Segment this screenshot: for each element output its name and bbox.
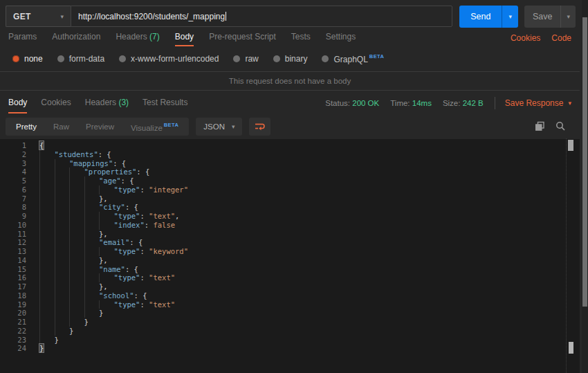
response-headers-label: Headers <box>85 98 116 107</box>
indent-guide-line <box>39 167 55 176</box>
time-value: 14ms <box>412 99 432 107</box>
postman-app: GET ▾ http://localhost:9200/students/_ma… <box>0 0 588 373</box>
indent-guide-line <box>55 265 70 274</box>
code-scrollbar-thumb[interactable] <box>568 140 573 151</box>
code-line: 4"properties": { <box>6 167 580 176</box>
indent-guide-line <box>39 185 55 194</box>
indent-guide-line <box>39 318 55 327</box>
save-response-label: Save Response <box>505 98 564 108</box>
code-text: } <box>69 327 73 336</box>
save-response-button[interactable]: Save Response ▾ <box>505 98 571 108</box>
indent-guide-line <box>39 309 55 318</box>
indent-guide-line <box>99 247 114 256</box>
window-scrollbar-thumb[interactable] <box>582 17 587 307</box>
radio-label: binary <box>285 54 308 64</box>
indent-guide-line <box>39 265 55 274</box>
tab-tests[interactable]: Tests <box>291 32 311 46</box>
radio-icon <box>322 55 329 62</box>
code-text: "age": { <box>99 176 134 185</box>
size-value: 242 B <box>463 99 484 107</box>
indent-guide-line <box>55 238 70 247</box>
code-text: "index": false <box>114 221 176 230</box>
tab-authorization[interactable]: Authorization <box>52 32 100 46</box>
view-tab-raw[interactable]: Raw <box>45 118 77 136</box>
radio-none[interactable]: none <box>12 54 43 64</box>
radio-raw[interactable]: raw <box>233 54 258 64</box>
code-line: 11}, <box>6 230 580 239</box>
code-line: 13"type": "keyword" <box>6 247 580 256</box>
url-input[interactable]: http://localhost:9200/students/_mapping <box>71 6 452 27</box>
indent-guide-line <box>55 327 70 336</box>
indent-guide-line <box>55 291 70 300</box>
view-tab-pretty[interactable]: Pretty <box>8 118 45 136</box>
indent-guide-line <box>69 309 84 318</box>
indent-guide-line <box>69 221 84 230</box>
response-tab-test-results[interactable]: Test Results <box>143 98 187 113</box>
size-badge: Size: 242 B <box>443 99 484 107</box>
send-button[interactable]: Send ▾ <box>459 6 518 28</box>
code-line: 9"type": "text", <box>6 212 580 221</box>
indent-guide-line <box>55 282 70 291</box>
format-select[interactable]: JSON ▾ <box>196 118 242 136</box>
save-options-chevron-down-icon[interactable]: ▾ <box>561 6 576 28</box>
indent-guide-line <box>55 318 70 327</box>
code-text: { <box>39 141 44 150</box>
tab-settings[interactable]: Settings <box>326 32 356 46</box>
indent-guide-line <box>39 150 55 159</box>
line-number: 3 <box>6 159 26 168</box>
response-tab-cookies[interactable]: Cookies <box>41 98 71 113</box>
time-badge: Time: 14ms <box>390 99 432 107</box>
indent-guide-line <box>55 309 70 318</box>
indent-guide-line <box>69 247 84 256</box>
radio-graphql[interactable]: GraphQLBETA <box>322 53 384 64</box>
wrap-lines-button[interactable] <box>249 118 270 136</box>
indent-guide-line <box>39 336 55 345</box>
http-method-value: GET <box>13 12 31 21</box>
indent-guide-line <box>69 238 84 247</box>
code-line: 2"students": { <box>6 150 580 159</box>
view-tab-preview[interactable]: Preview <box>77 118 122 136</box>
http-method-select[interactable]: GET ▾ <box>6 6 71 27</box>
view-tab-visualize[interactable]: VisualizeBETA <box>122 116 187 137</box>
indent-guide-line <box>84 203 100 212</box>
chevron-down-icon: ▾ <box>232 123 235 130</box>
code-line: 17}, <box>6 282 580 291</box>
indent-guide-line <box>55 185 70 194</box>
radio-form-data[interactable]: form-data <box>57 54 104 64</box>
copy-button[interactable] <box>535 121 545 131</box>
tab-pre-request-script[interactable]: Pre-request Script <box>209 32 276 46</box>
line-number: 8 <box>6 203 26 212</box>
tab-body[interactable]: Body <box>175 32 194 46</box>
code-line: 8"city": { <box>6 203 580 212</box>
send-options-chevron-down-icon[interactable]: ▾ <box>502 6 518 28</box>
code-scrollbar[interactable] <box>566 138 574 373</box>
save-button[interactable]: Save ▾ <box>524 6 576 28</box>
code-link[interactable]: Code <box>551 33 571 46</box>
tab-headers[interactable]: Headers (7) <box>116 32 159 46</box>
chevron-down-icon: ▾ <box>568 100 571 107</box>
code-editor[interactable]: 1{2"students": {3"mappings": {4"properti… <box>0 139 580 373</box>
format-value: JSON <box>203 122 225 131</box>
indent-guide-line <box>99 300 114 309</box>
view-mode-group: Pretty Raw Preview VisualizeBETA <box>6 118 189 136</box>
radio-binary[interactable]: binary <box>273 54 308 64</box>
search-button[interactable] <box>555 121 566 131</box>
window-scrollbar[interactable] <box>582 0 588 373</box>
line-number: 18 <box>6 291 26 300</box>
copy-icon <box>535 121 545 131</box>
radio-icon <box>233 55 240 62</box>
code-text: "type": "text", <box>114 212 180 221</box>
code-scrollbar-thumb-secondary[interactable] <box>569 342 573 354</box>
cookies-link[interactable]: Cookies <box>511 33 540 46</box>
response-tab-headers[interactable]: Headers (3) <box>85 98 129 113</box>
code-text: "name": { <box>99 265 138 274</box>
response-tab-body[interactable]: Body <box>8 98 27 113</box>
radio-icon <box>273 55 280 62</box>
indent-guide-line <box>39 194 55 203</box>
indent-guide-line <box>69 282 84 291</box>
radio-x-www-form-urlencoded[interactable]: x-www-form-urlencoded <box>119 54 219 64</box>
tab-params[interactable]: Params <box>8 32 37 46</box>
indent-guide-line <box>39 176 55 185</box>
code-line: 22} <box>6 327 580 336</box>
code-text: "type": "text" <box>114 273 176 282</box>
